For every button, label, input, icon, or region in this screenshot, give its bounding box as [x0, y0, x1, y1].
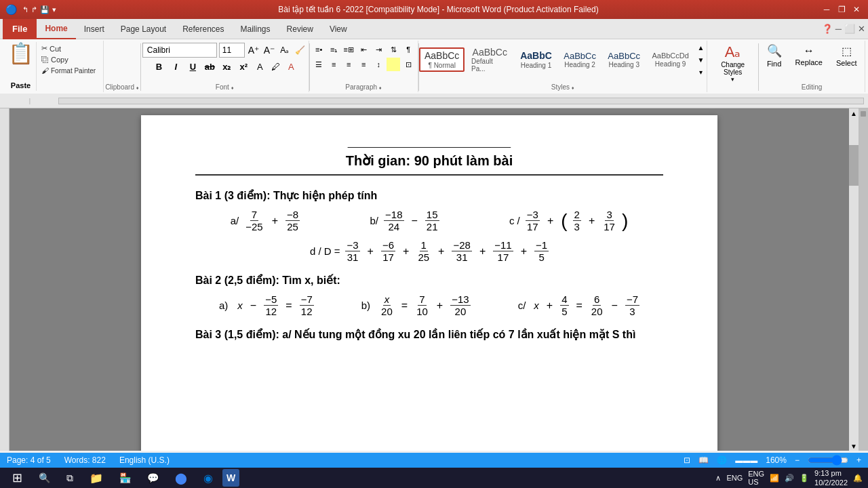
italic-button[interactable]: I	[168, 59, 183, 74]
frac-x-20: x 20	[380, 293, 394, 317]
sort-button[interactable]: ⇅	[387, 43, 400, 56]
file-explorer-button[interactable]: 📁	[83, 469, 110, 487]
ruler: |	[0, 94, 868, 108]
superscript-button[interactable]: x²	[236, 59, 251, 74]
underline-button[interactable]: U	[185, 59, 200, 74]
tab-mailings[interactable]: Mailings	[233, 19, 279, 39]
align-center-button[interactable]: ≡	[327, 58, 340, 71]
frac-neg3-17: −3 17	[526, 209, 540, 232]
minimize-button[interactable]: ─	[821, 3, 833, 16]
font-name-input[interactable]	[142, 43, 217, 58]
change-styles-button[interactable]: Aₐ Change Styles ▾	[707, 41, 758, 92]
multilevel-button[interactable]: ≡⊞	[342, 43, 355, 56]
expr-a: a/ 7 −25 + −8 25	[231, 209, 300, 232]
right-indicators	[859, 108, 868, 451]
find-button[interactable]: 🔍 Find	[762, 42, 787, 69]
tab-references[interactable]: References	[174, 19, 232, 39]
paste-button[interactable]: 📋 Paste	[5, 42, 37, 91]
system-tray-expand[interactable]: ∧	[715, 474, 721, 483]
text-color-button[interactable]: A	[253, 60, 267, 73]
style-heading9[interactable]: AaBbCcDd Heading 9	[647, 49, 694, 70]
document-scroll-area[interactable]: ________________________ Thời gian: 90 p…	[9, 108, 849, 451]
bullets-button[interactable]: ≡•	[312, 43, 326, 56]
zoom-in-button[interactable]: +	[856, 455, 861, 465]
clear-format-button[interactable]: 🧹	[294, 43, 307, 57]
windows-start-button[interactable]: ⊞	[5, 469, 29, 487]
frac-neg13-20: −13 20	[450, 293, 470, 317]
clock: 9:13 pm 10/2/2022	[814, 468, 848, 488]
teams-button[interactable]: 💬	[140, 469, 165, 487]
replace-button[interactable]: ↔ Replace	[790, 43, 828, 68]
word-count: Words: 822	[64, 455, 106, 465]
close-button[interactable]: ✕	[850, 3, 863, 16]
store-button[interactable]: 🏪	[113, 469, 138, 487]
shading-button[interactable]	[387, 58, 400, 71]
tab-review[interactable]: Review	[279, 19, 321, 39]
zoom-slider[interactable]	[808, 458, 848, 463]
line-spacing-button[interactable]: ↕	[372, 58, 385, 71]
editing-label: Editing	[802, 83, 823, 91]
view-reading-icon[interactable]: 📖	[698, 455, 709, 465]
justify-button[interactable]: ≡	[357, 58, 370, 71]
numbering-button[interactable]: ≡₁	[327, 43, 340, 56]
align-left-button[interactable]: ☰	[312, 58, 326, 71]
tab-file[interactable]: File	[3, 19, 37, 39]
show-formatting-button[interactable]: ¶	[401, 43, 415, 56]
tab-home[interactable]: Home	[37, 19, 75, 39]
align-right-button[interactable]: ≡	[342, 58, 355, 71]
notification-icon[interactable]: 🔔	[853, 474, 863, 483]
restore-button[interactable]: ❐	[835, 3, 848, 16]
font-label: Font ⬧	[216, 83, 234, 91]
word-button[interactable]: W	[222, 469, 239, 487]
copy-button[interactable]: ⿻Copy	[39, 55, 98, 64]
increase-indent-button[interactable]: ⇥	[372, 43, 385, 56]
search-button[interactable]: 🔍	[32, 469, 57, 487]
styles-scroll-up[interactable]: ▲	[696, 42, 707, 53]
styles-group: AaBbCc ¶ Normal AaBbCc Default Pa... AaB…	[419, 41, 708, 92]
zoom-out-button[interactable]: −	[795, 455, 800, 465]
doc-time-line: Thời gian: 90 phút làm bài	[195, 152, 663, 176]
style-default-para[interactable]: AaBbCc Default Pa...	[466, 44, 513, 76]
bold-button[interactable]: B	[151, 59, 166, 74]
font-group: A⁺ A⁻ Aₐ 🧹 B I U ab x₂ x² A 🖊 A Font ⬧	[141, 41, 309, 92]
grow-font-button[interactable]: A⁺	[247, 43, 260, 57]
edge-button[interactable]: ◉	[197, 469, 220, 487]
taskbar: ⊞ 🔍 ⧉ 📁 🏪 💬 ⬤ ◉ W ∧ ENG ENGUS 📶 🔊 🔋 9:13…	[0, 468, 868, 488]
format-painter-button[interactable]: 🖌Format Painter	[39, 66, 98, 75]
subscript-button[interactable]: x₂	[219, 59, 234, 74]
tab-page-layout[interactable]: Page Layout	[113, 19, 174, 39]
tab-view[interactable]: View	[321, 19, 355, 39]
style-heading1[interactable]: AaBbC Heading 1	[515, 47, 557, 72]
expr-d: d / D = −3 31 + −6 17 + 1 2	[310, 239, 549, 263]
view-web-icon[interactable]: 🌐	[717, 455, 727, 465]
change-case-button[interactable]: Aₐ	[278, 43, 292, 57]
font-color-button[interactable]: A	[284, 60, 298, 73]
tab-insert[interactable]: Insert	[76, 19, 113, 39]
doc-subtitle: ________________________	[195, 136, 663, 150]
font-size-input[interactable]	[219, 43, 245, 58]
border-button[interactable]: ⊡	[401, 58, 415, 71]
styles-scroll-down[interactable]: ▼	[696, 54, 707, 65]
battery-icon: 🔋	[800, 474, 809, 483]
frac-3-17: 3 17	[602, 209, 616, 232]
style-heading2[interactable]: AaBbCc Heading 2	[559, 48, 601, 72]
style-heading3[interactable]: AaBbCc Heading 3	[603, 48, 646, 72]
highlight-button[interactable]: 🖊	[269, 60, 282, 73]
style-normal[interactable]: AaBbCc ¶ Normal	[419, 47, 465, 72]
select-button[interactable]: ⬚ Select	[831, 43, 863, 68]
strikethrough-button[interactable]: ab	[202, 59, 217, 74]
shrink-font-button[interactable]: A⁻	[262, 43, 276, 57]
cut-button[interactable]: ✂Cut	[39, 43, 98, 54]
chrome-button[interactable]: ⬤	[168, 469, 194, 487]
decrease-indent-button[interactable]: ⇤	[357, 43, 370, 56]
styles-dropdown[interactable]: ▾	[696, 66, 707, 77]
document-container: ________________________ Thời gian: 90 p…	[0, 108, 868, 451]
clipboard-label: Clipboard ⬧	[105, 83, 139, 92]
frac-neg3-31: −3 31	[345, 239, 359, 263]
status-right: ⊡ 📖 🌐 ▬▬▬ 160% − +	[684, 455, 861, 465]
scrollbar-thumb[interactable]	[849, 145, 859, 186]
view-print-icon[interactable]: ⊡	[684, 455, 690, 465]
vertical-scrollbar[interactable]: ▲ ▼	[849, 108, 859, 451]
frac-1-25: 1 25	[416, 239, 431, 263]
task-view-button[interactable]: ⧉	[60, 469, 80, 487]
